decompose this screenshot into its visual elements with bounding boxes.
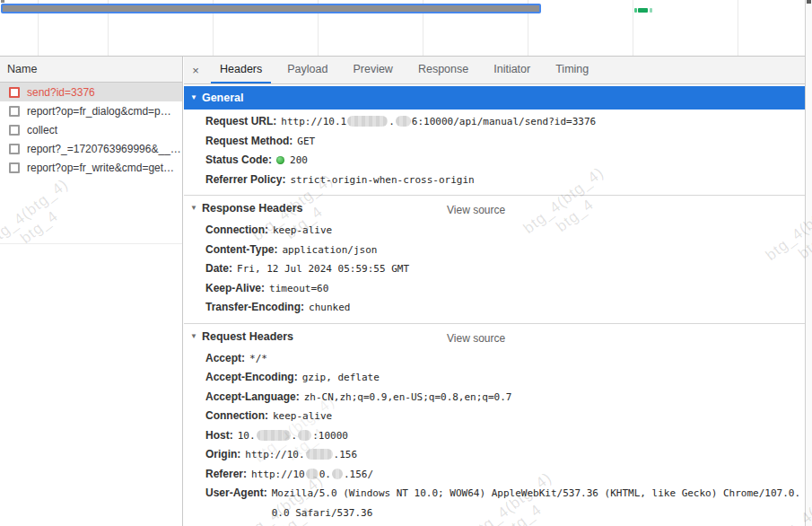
request-doc-icon — [9, 106, 20, 117]
header-name: Keep-Alive: — [205, 279, 265, 299]
close-icon[interactable]: × — [184, 57, 207, 83]
tab-initiator[interactable]: Initiator — [485, 57, 539, 83]
redacted-blur — [306, 449, 333, 460]
header-name: Origin: — [205, 445, 240, 465]
header-value: chunked — [309, 298, 805, 318]
vertical-scrollbar[interactable] — [805, 0, 812, 526]
header-value: 10..:10000 — [238, 426, 805, 446]
view-source-link[interactable]: View source — [447, 201, 505, 219]
request-name-label: send?id=3376 — [27, 86, 95, 99]
overview-green-marker-icon — [650, 8, 652, 13]
scrollbar-thumb[interactable] — [807, 0, 811, 4]
request-doc-icon — [9, 125, 20, 136]
redacted-blur — [257, 430, 291, 441]
tab-payload[interactable]: Payload — [278, 57, 336, 83]
header-value: Mozilla/5.0 (Windows NT 10.0; WOW64) App… — [272, 484, 805, 522]
section-rows: Connection:keep-aliveContent-Type:applic… — [184, 219, 805, 323]
section-general: ▼GeneralRequest URL:http://10.1.6:10000/… — [184, 86, 805, 195]
section-rows: Accept:*/*Accept-Encoding:gzip, deflateA… — [184, 347, 805, 526]
header-row: Origin:http://10..156 — [205, 445, 805, 465]
header-value: application/json — [282, 241, 805, 260]
request-name-label: report?_=1720763969996&__… — [27, 143, 181, 155]
header-value: keep-alive — [273, 407, 805, 426]
overview-green-marker-icon — [638, 8, 648, 13]
request-doc-icon — [9, 87, 20, 98]
request-list: send?id=3376report?op=fr_dialog&cmd=p…co… — [0, 83, 182, 177]
tab-timing[interactable]: Timing — [546, 57, 598, 83]
tab-list: HeadersPayloadPreviewResponseInitiatorTi… — [207, 57, 601, 83]
header-row: Host:10..:10000 — [205, 426, 805, 446]
header-row: Referer:http://100..156/ — [205, 465, 805, 485]
status-dot-icon — [276, 156, 284, 164]
section-title: Request Headers — [202, 330, 293, 343]
disclosure-triangle-icon: ▼ — [190, 93, 197, 101]
section-title: General — [202, 92, 244, 104]
header-value: http://10..156 — [245, 445, 805, 465]
header-row: Connection:keep-alive — [205, 407, 805, 426]
redacted-blur — [332, 469, 343, 479]
header-value: http://100..156/ — [251, 465, 805, 485]
request-row[interactable]: collect — [0, 120, 182, 139]
request-row[interactable]: report?_=1720763969996&__… — [0, 139, 182, 158]
request-name-label: collect — [27, 124, 57, 136]
section-header-response-headers[interactable]: ▼Response HeadersView source — [184, 196, 805, 219]
redacted-blur — [306, 469, 319, 479]
section-header-general[interactable]: ▼General — [184, 86, 805, 110]
section-header-request-headers[interactable]: ▼Request HeadersView source — [184, 324, 805, 347]
request-row[interactable]: report?op=fr_write&cmd=get… — [0, 158, 182, 177]
request-name-label: report?op=fr_write&cmd=get… — [27, 162, 174, 174]
header-name: Referrer Policy: — [205, 171, 285, 190]
request-name-label: report?op=fr_dialog&cmd=p… — [27, 105, 171, 118]
tab-response[interactable]: Response — [409, 57, 477, 83]
section-title: Response Headers — [202, 202, 303, 215]
header-value: */* — [249, 349, 805, 369]
name-column-header[interactable]: Name — [0, 57, 182, 83]
header-name: User-Agent: — [205, 484, 267, 504]
header-value: gzip, deflate — [302, 368, 805, 388]
header-name: Accept-Language: — [205, 388, 300, 408]
header-name: Referer: — [205, 465, 247, 485]
header-name: Status Code: — [205, 151, 272, 171]
request-doc-icon — [9, 144, 20, 154]
overview-green-marker-icon — [634, 8, 637, 13]
network-overview-strip[interactable] — [0, 0, 805, 57]
header-name: Host: — [205, 426, 233, 446]
header-value: Fri, 12 Jul 2024 05:59:55 GMT — [237, 259, 805, 279]
header-name: Transfer-Encoding: — [205, 298, 304, 318]
overview-selected-request-bar[interactable] — [1, 4, 541, 13]
view-source-link[interactable]: View source — [447, 329, 505, 347]
header-row: Accept-Encoding:gzip, deflate — [205, 368, 805, 388]
header-row: Keep-Alive:timeout=60 — [205, 279, 805, 299]
tab-preview[interactable]: Preview — [344, 57, 401, 83]
header-value: timeout=60 — [269, 279, 805, 299]
section-request-headers: ▼Request HeadersView sourceAccept:*/*Acc… — [184, 323, 805, 526]
header-value: http://10.1.6:10000/api/manual/send?id=3… — [281, 112, 805, 132]
header-row: Date:Fri, 12 Jul 2024 05:59:55 GMT — [205, 259, 805, 279]
request-doc-icon — [9, 162, 20, 173]
header-value: zh-CN,zh;q=0.9,en-US;q=0.8,en;q=0.7 — [304, 388, 805, 408]
section-rows: Request URL:http://10.1.6:10000/api/manu… — [184, 110, 805, 195]
request-row[interactable]: report?op=fr_dialog&cmd=p… — [0, 101, 182, 120]
header-row: Accept:*/* — [205, 349, 805, 369]
header-name: Accept-Encoding: — [205, 368, 298, 388]
header-name: Date: — [205, 259, 232, 279]
request-list-panel: Name send?id=3376report?op=fr_dialog&cmd… — [0, 57, 183, 526]
request-row[interactable]: send?id=3376 — [0, 83, 182, 101]
header-row: Referrer Policy:strict-origin-when-cross… — [205, 171, 805, 190]
request-details-pane: × HeadersPayloadPreviewResponseInitiator… — [184, 57, 805, 526]
header-row: Status Code:200 — [205, 151, 805, 171]
details-tab-bar: × HeadersPayloadPreviewResponseInitiator… — [184, 57, 805, 84]
header-row: Transfer-Encoding:chunked — [205, 298, 805, 318]
header-value: strict-origin-when-cross-origin — [290, 171, 805, 190]
redacted-blur — [347, 116, 388, 127]
header-value: 200 — [276, 151, 805, 171]
header-row: Connection:keep-alive — [205, 221, 805, 241]
header-row: Request Method:GET — [205, 132, 805, 152]
header-name: Content-Type: — [205, 241, 277, 260]
section-response-headers: ▼Response HeadersView sourceConnection:k… — [184, 195, 805, 323]
disclosure-triangle-icon: ▼ — [190, 204, 197, 212]
header-name: Request URL: — [205, 112, 276, 132]
redacted-blur — [298, 430, 311, 441]
devtools-network-panel: Name send?id=3376report?op=fr_dialog&cmd… — [0, 0, 812, 526]
tab-headers[interactable]: Headers — [211, 57, 271, 83]
